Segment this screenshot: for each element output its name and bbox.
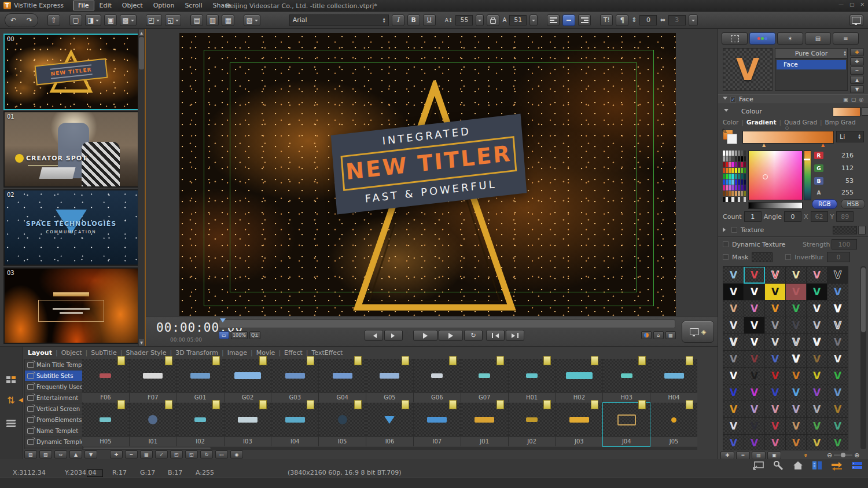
style-grid-scrollbar[interactable] xyxy=(860,266,866,449)
minimize-icon[interactable]: — xyxy=(838,2,844,8)
template-h02[interactable]: H02 xyxy=(556,359,602,402)
palette-swatch[interactable] xyxy=(726,151,728,156)
palette-swatch[interactable] xyxy=(735,174,737,179)
palette-swatch[interactable] xyxy=(735,156,737,162)
style-preset-20[interactable]: V xyxy=(765,317,785,333)
palette-swatch[interactable] xyxy=(735,151,737,156)
preview-template-button[interactable]: ▭ xyxy=(215,450,228,458)
style-preset-16[interactable]: V xyxy=(807,300,827,317)
style-preset-55[interactable]: V xyxy=(744,418,764,434)
more-text-options-dropdown[interactable] xyxy=(689,14,698,26)
add-copy-layer-button[interactable]: ✚ xyxy=(850,57,864,65)
template-f06[interactable]: F06 xyxy=(82,359,129,402)
palette-swatch[interactable] xyxy=(729,197,731,202)
collapse-icon[interactable] xyxy=(723,97,727,102)
library-tab-effect[interactable]: Effect xyxy=(284,349,303,357)
export-package-button[interactable]: ◱ xyxy=(165,14,181,26)
template-options-button[interactable]: ▧ xyxy=(244,14,260,26)
palette-swatch[interactable] xyxy=(738,185,740,190)
style-preset-4[interactable]: V xyxy=(807,267,827,283)
style-preset-11[interactable]: V xyxy=(827,284,848,300)
scroll-up-icon[interactable]: ▲ xyxy=(139,30,144,36)
add-layer-button[interactable]: ✚ xyxy=(850,48,864,56)
gradient-tab-gradient[interactable]: Gradient xyxy=(746,119,777,126)
zoom-in-icon[interactable]: ⊕ xyxy=(854,452,859,459)
template-f07[interactable]: F07 xyxy=(130,359,176,402)
palette-swatch[interactable] xyxy=(738,168,740,173)
style-preset-65[interactable]: V xyxy=(827,435,848,450)
palette-swatch[interactable] xyxy=(735,197,737,202)
transfer-icon[interactable] xyxy=(830,460,843,471)
palette-swatch[interactable] xyxy=(744,162,746,167)
char-spacing-dropdown[interactable] xyxy=(529,14,538,26)
menu-edit[interactable]: Edit xyxy=(94,1,117,10)
texture-swatch[interactable] xyxy=(833,226,857,234)
line-spacing-value[interactable]: 0 xyxy=(639,15,657,25)
palette-swatch[interactable] xyxy=(723,191,725,196)
template-i07[interactable]: I07 xyxy=(414,403,461,446)
palette-swatch[interactable] xyxy=(738,151,740,156)
layer-item-face[interactable]: Face xyxy=(777,60,846,69)
template-i06[interactable]: I06 xyxy=(366,403,413,446)
storage-drive-icon[interactable] xyxy=(851,460,863,471)
library-tab-texteffect[interactable]: TextEffect xyxy=(311,349,343,357)
template-g01[interactable]: G01 xyxy=(177,359,224,402)
layers-icon[interactable] xyxy=(4,416,18,430)
category-name-templet[interactable]: Name Templet xyxy=(25,425,82,436)
count-input[interactable]: 1 xyxy=(744,211,762,222)
a-value[interactable]: 255 xyxy=(828,189,854,196)
menu-scroll[interactable]: Scroll xyxy=(179,1,207,10)
angle-input[interactable]: 0 xyxy=(784,211,801,222)
style-preset-54[interactable]: V xyxy=(723,418,744,434)
style-preset-2[interactable]: V xyxy=(765,267,785,283)
style-preset-30[interactable]: V xyxy=(723,351,744,367)
template-i01[interactable]: I01 xyxy=(130,403,176,446)
template-h03[interactable]: H03 xyxy=(603,359,650,402)
copy-style-icon[interactable]: ▣ xyxy=(843,97,848,102)
palette-swatch[interactable] xyxy=(735,162,737,167)
save-as-button[interactable]: ▩ xyxy=(120,14,136,26)
style-preset-59[interactable]: V xyxy=(827,418,848,434)
palette-swatch[interactable] xyxy=(731,162,734,167)
close-icon[interactable]: ✕ xyxy=(860,2,865,8)
palette-swatch[interactable] xyxy=(726,168,728,173)
style-preset-8[interactable]: V xyxy=(765,284,785,300)
style-preset-21[interactable]: V xyxy=(786,317,806,333)
style-preset-15[interactable]: V xyxy=(786,300,806,317)
style-preset-43[interactable]: V xyxy=(744,384,764,401)
style-preset-33[interactable]: V xyxy=(786,351,806,367)
loop-play-button[interactable]: ↻ xyxy=(464,330,483,341)
palette-swatch[interactable] xyxy=(723,156,725,162)
category-frequently-used[interactable]: Frequently Used xyxy=(25,381,82,392)
palette-swatch[interactable] xyxy=(729,156,731,162)
play-button[interactable] xyxy=(439,330,463,341)
palette-swatch[interactable] xyxy=(726,162,728,167)
italic-button[interactable]: I xyxy=(392,14,404,26)
hue-handle[interactable] xyxy=(804,159,810,160)
gradient-bar[interactable] xyxy=(742,131,834,144)
style-preset-1[interactable]: V xyxy=(744,267,764,283)
face-enabled-checkbox[interactable]: ✓ xyxy=(730,97,736,102)
fit-view-button[interactable]: ▭ xyxy=(219,331,229,339)
style-preset-18[interactable]: V xyxy=(723,317,744,333)
palette-swatch[interactable] xyxy=(731,185,734,190)
palette-swatch[interactable] xyxy=(731,156,734,162)
style-preset-62[interactable]: V xyxy=(765,435,785,450)
palette-swatch[interactable] xyxy=(729,179,731,185)
template-j04[interactable]: J04 xyxy=(603,403,650,446)
style-preset-56[interactable]: V xyxy=(765,418,785,434)
style-preset-25[interactable]: V xyxy=(744,334,764,350)
font-size-dropdown[interactable] xyxy=(476,14,484,26)
align-right-button[interactable] xyxy=(578,14,591,26)
apply-template-button[interactable]: ✓ xyxy=(155,450,168,458)
palette-swatch[interactable] xyxy=(738,156,740,162)
zoom-level-button[interactable]: 100% xyxy=(231,331,248,339)
category-main-title-templet[interactable]: Main Title Templet xyxy=(25,359,82,370)
palette-swatch[interactable] xyxy=(744,156,746,162)
palette-swatch[interactable] xyxy=(738,174,740,179)
palette-swatch[interactable] xyxy=(738,179,740,185)
expand-more-icon[interactable]: » xyxy=(802,453,810,457)
palette-swatch[interactable] xyxy=(741,156,743,162)
align-center-button[interactable] xyxy=(562,14,575,26)
template-g07[interactable]: G07 xyxy=(461,359,508,402)
